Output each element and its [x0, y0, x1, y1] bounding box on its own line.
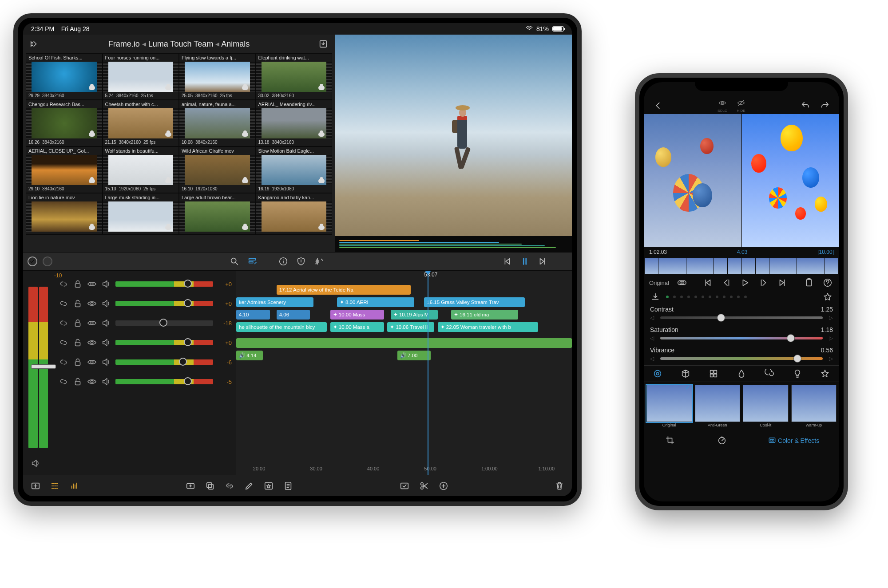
eye-icon[interactable]: [87, 357, 97, 367]
clip-item[interactable]: Flying slow towards a fj... 25.053840x21…: [179, 53, 256, 100]
phone-preview[interactable]: [644, 114, 839, 247]
link-icon[interactable]: [59, 377, 68, 387]
timeline-clip[interactable]: ✦ 16.11 old ma: [451, 310, 518, 320]
drop-tab-icon[interactable]: [735, 367, 748, 380]
timeline-clip[interactable]: 🔊 4.14: [236, 351, 263, 360]
level-slider[interactable]: [115, 320, 213, 326]
slider-track[interactable]: [660, 316, 823, 319]
favorite-icon[interactable]: [821, 291, 834, 303]
preset-cool-it[interactable]: Cool-it: [743, 385, 789, 428]
prev-icon[interactable]: [501, 255, 513, 268]
timeline-clip[interactable]: ✦ 22.05 Woman traveler with b: [438, 322, 539, 332]
master-volume-icon[interactable]: [29, 457, 42, 470]
crop-icon[interactable]: [664, 434, 676, 446]
play-icon[interactable]: [739, 276, 751, 289]
timeline-track[interactable]: 🔊 4.14🔊 7.00: [236, 350, 572, 361]
bulb-tab-icon[interactable]: [791, 367, 804, 380]
step-fwd-icon[interactable]: [757, 276, 770, 289]
import-icon[interactable]: [317, 38, 329, 50]
phone-filmstrip[interactable]: [644, 258, 839, 274]
back-icon[interactable]: [652, 99, 664, 112]
timeline-track[interactable]: 17.12 Aerial view of the Teide Na: [236, 284, 572, 296]
increment-icon[interactable]: ▷: [829, 315, 833, 321]
cube-tab-icon[interactable]: [679, 367, 692, 380]
approve-icon[interactable]: [398, 480, 411, 492]
timeline[interactable]: 53.07 17.12 Aerial view of the Teide Nak…: [236, 271, 572, 475]
clip-item[interactable]: Large adult brown bear...: [179, 193, 256, 235]
timeline-track[interactable]: [236, 337, 572, 349]
color-tab-icon[interactable]: [651, 367, 664, 380]
source-icon[interactable]: [28, 38, 41, 50]
level-slider[interactable]: [115, 281, 213, 287]
star-tab-icon[interactable]: [819, 367, 831, 380]
breadcrumb[interactable]: Frame.io ◂ Luma Touch Team ◂ Animals: [45, 39, 313, 49]
cut-icon[interactable]: [418, 480, 430, 492]
clip-item[interactable]: Wild African Giraffe.mov 16.101920x1080: [179, 146, 256, 193]
lock-icon[interactable]: [73, 357, 83, 367]
level-slider[interactable]: [115, 379, 213, 384]
clip-item[interactable]: Elephant drinking wat... 30.023840x2160: [256, 53, 333, 100]
eye-icon[interactable]: [87, 318, 97, 328]
edit-icon[interactable]: [243, 480, 255, 492]
timeline-clip[interactable]: ✦ 10.00 Mass: [330, 310, 384, 320]
speaker-icon[interactable]: [101, 318, 111, 328]
clip-item[interactable]: Four horses running on... 5.243840x21602…: [103, 53, 179, 100]
add-icon[interactable]: [437, 480, 450, 492]
search-icon[interactable]: [228, 255, 241, 268]
link-icon[interactable]: [59, 357, 68, 367]
speaker-icon[interactable]: [101, 357, 111, 367]
timeline-clip[interactable]: he silhouette of the mountain bicy: [236, 322, 327, 332]
link-icon[interactable]: [59, 299, 68, 308]
timeline-clip[interactable]: 16.15 Grass Valley Stream Trav: [424, 297, 525, 307]
timeline-track[interactable]: 4.104.06✦ 10.00 Mass✦ 10.19 Alps M✦ 16.1…: [236, 309, 572, 320]
clip-item[interactable]: Wolf stands in beautifu... 15.131920x108…: [103, 146, 179, 193]
timeline-clip[interactable]: ✦ 10.00 Mass a: [330, 322, 384, 332]
speed-icon[interactable]: [716, 434, 728, 446]
increment-icon[interactable]: ▷: [829, 355, 833, 362]
filter-icon[interactable]: [246, 255, 258, 268]
link-icon[interactable]: [59, 279, 68, 289]
mini-timeline[interactable]: [335, 236, 572, 252]
spiral-tab-icon[interactable]: [763, 367, 776, 380]
layers-icon[interactable]: [675, 276, 688, 289]
clip-item[interactable]: School Of Fish. Sharks... 29.293840x2160: [26, 53, 103, 100]
level-slider[interactable]: [115, 301, 213, 306]
clip-item[interactable]: AERIAL_ Meandering riv... 13.183840x2160: [256, 100, 333, 146]
playhead[interactable]: [428, 271, 428, 475]
star-icon[interactable]: [262, 480, 275, 492]
record-icon[interactable]: [43, 257, 52, 266]
step-back-icon[interactable]: [720, 276, 733, 289]
shield-icon[interactable]: [295, 255, 307, 268]
lock-icon[interactable]: [73, 299, 83, 308]
timeline-clip[interactable]: ✦ 10.19 Alps M: [391, 310, 438, 320]
duplicate-icon[interactable]: [204, 480, 216, 492]
increment-icon[interactable]: ▷: [829, 335, 833, 341]
decrement-icon[interactable]: ◁: [650, 315, 654, 321]
level-slider[interactable]: [115, 340, 213, 345]
speaker-icon[interactable]: [101, 299, 111, 308]
help-icon[interactable]: [821, 276, 834, 289]
next-icon[interactable]: [536, 255, 549, 268]
lock-icon[interactable]: [73, 318, 83, 328]
solo-icon[interactable]: SOLO: [718, 99, 727, 113]
slider-track[interactable]: [660, 337, 823, 339]
goto-start-icon[interactable]: [702, 276, 714, 289]
timeline-clip[interactable]: ✦ 8.00 AERI: [337, 297, 414, 307]
timeline-clip[interactable]: 17.12 Aerial view of the Teide Na: [277, 285, 411, 295]
eye-icon[interactable]: [87, 338, 97, 347]
grid-tab-icon[interactable]: [707, 367, 720, 380]
pause-icon[interactable]: [519, 255, 531, 268]
timeline-track[interactable]: ker Admires Scenery✦ 8.00 AERI16.15 Gras…: [236, 296, 572, 308]
preset-warm-up[interactable]: Warm-up: [791, 385, 837, 428]
decrement-icon[interactable]: ◁: [650, 355, 654, 362]
slider-track[interactable]: [660, 357, 823, 360]
clip-item[interactable]: Large musk standing in...: [103, 193, 179, 235]
eye-icon[interactable]: [87, 279, 97, 289]
link-icon[interactable]: [223, 480, 236, 492]
add-project-icon[interactable]: [29, 480, 42, 492]
download-icon[interactable]: [649, 291, 662, 303]
add-clip-icon[interactable]: [184, 480, 197, 492]
speaker-icon[interactable]: [101, 338, 111, 347]
color-fx-button[interactable]: Color & Effects: [768, 436, 819, 444]
info-icon[interactable]: [277, 255, 289, 268]
